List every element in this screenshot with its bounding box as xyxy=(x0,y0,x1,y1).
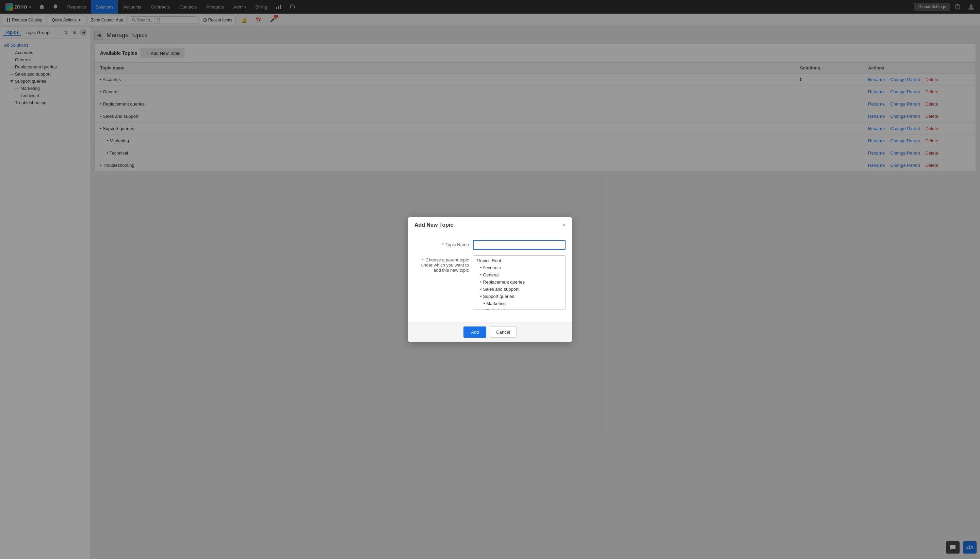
parent-topic-control: /Topics Root • Accounts • General • Repl… xyxy=(473,255,566,310)
listbox-item-sales-support[interactable]: • Sales and support xyxy=(474,286,565,293)
listbox-item-support-queries[interactable]: • Support queries xyxy=(474,293,565,300)
add-button[interactable]: Add xyxy=(464,326,486,338)
required-indicator: * xyxy=(442,242,444,247)
topic-name-label: * Topic Name xyxy=(414,240,469,247)
listbox-item-general[interactable]: • General xyxy=(474,271,565,278)
modal-body: * Topic Name * Choose a parent topic und… xyxy=(408,233,572,322)
topic-name-input[interactable] xyxy=(473,240,566,250)
topic-name-control xyxy=(473,240,566,250)
modal-close-button[interactable]: × xyxy=(562,222,566,228)
listbox-item-replacement-queries[interactable]: • Replacement queries xyxy=(474,278,565,286)
listbox-item-marketing[interactable]: • Marketing xyxy=(474,300,565,307)
modal-header: Add New Topic × xyxy=(408,217,572,233)
modal-footer: Add Cancel xyxy=(408,322,572,342)
parent-topic-row: * Choose a parent topic under which you … xyxy=(414,255,566,310)
listbox-item-accounts[interactable]: • Accounts xyxy=(474,264,565,271)
parent-topic-listbox[interactable]: /Topics Root • Accounts • General • Repl… xyxy=(473,255,566,310)
required-indicator: * xyxy=(422,257,424,263)
listbox-item-technical[interactable]: • Technical xyxy=(474,307,565,310)
topic-name-row: * Topic Name xyxy=(414,240,566,250)
parent-topic-label: * Choose a parent topic under which you … xyxy=(414,255,469,273)
add-new-topic-modal: Add New Topic × * Topic Name * Choose a … xyxy=(408,217,572,342)
modal-overlay[interactable]: Add New Topic × * Topic Name * Choose a … xyxy=(0,0,980,559)
cancel-button[interactable]: Cancel xyxy=(490,326,516,338)
listbox-item-root[interactable]: /Topics Root xyxy=(474,257,565,264)
modal-title: Add New Topic xyxy=(414,222,453,228)
